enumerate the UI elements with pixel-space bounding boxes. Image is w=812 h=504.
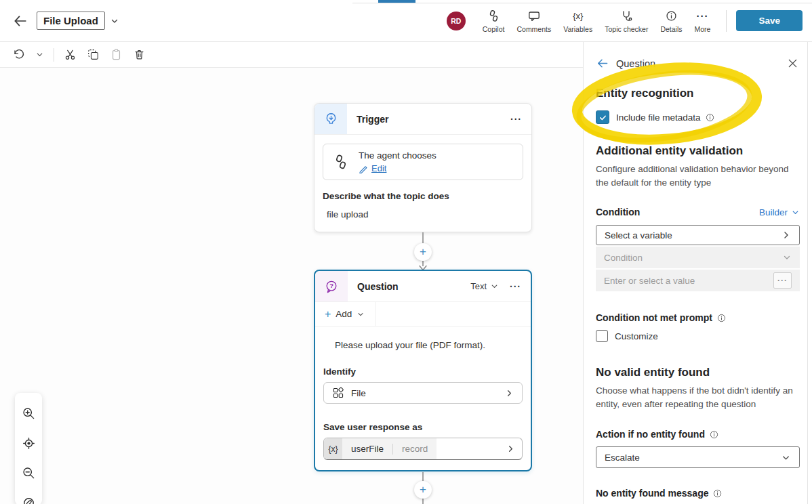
- condition-mode-dropdown[interactable]: Builder: [759, 207, 800, 217]
- browser-tab-underline: [352, 3, 812, 3]
- info-icon[interactable]: [705, 112, 715, 123]
- browser-tab-indicator: [378, 0, 415, 3]
- more-button[interactable]: ··· More: [689, 5, 717, 37]
- cut-icon[interactable]: [64, 48, 77, 61]
- add-node-button[interactable]: +: [414, 481, 432, 499]
- panel-body: Entity recognition Include file metadata…: [584, 87, 812, 504]
- comments-button[interactable]: Comments: [510, 5, 557, 37]
- reset-view-compass-icon[interactable]: [22, 488, 36, 504]
- connector-line: [422, 472, 424, 482]
- info-icon[interactable]: [716, 313, 727, 323]
- trigger-node-title: Trigger: [357, 114, 388, 125]
- copilot-button[interactable]: Copilot: [476, 5, 511, 37]
- condition-customize-row: Customize: [596, 330, 800, 342]
- chevron-down-icon: [490, 282, 499, 291]
- identify-entity-value: File: [351, 388, 498, 398]
- action-no-entity-value: Escalate: [605, 453, 781, 463]
- details-label: Details: [660, 25, 682, 33]
- save-button[interactable]: Save: [736, 10, 803, 31]
- chevron-down-icon: [782, 253, 792, 262]
- topic-checker-button[interactable]: Topic checker: [598, 5, 654, 37]
- save-response-variable[interactable]: {x} userFile record: [323, 438, 523, 460]
- condition-not-met-label: Condition not met prompt: [596, 312, 800, 323]
- info-icon[interactable]: [712, 488, 723, 499]
- copy-icon[interactable]: [87, 48, 100, 61]
- question-properties-panel: Question Entity recognition Include file…: [583, 42, 812, 504]
- details-button[interactable]: Details: [654, 5, 688, 37]
- trigger-node-header[interactable]: Trigger ···: [314, 104, 531, 135]
- panel-title: Question: [616, 58, 655, 69]
- chevron-down-icon: [781, 453, 791, 463]
- condition-label: Condition: [596, 207, 640, 217]
- svg-text:?: ?: [329, 282, 333, 289]
- value-options-button[interactable]: ···: [773, 272, 792, 289]
- condition-value-placeholder: Enter or select a value: [604, 276, 773, 286]
- condition-value-input-disabled: Enter or select a value ···: [596, 270, 800, 291]
- question-more-icon[interactable]: ···: [510, 281, 521, 292]
- trigger-node-body: The agent chooses Edit Describe what the…: [314, 135, 531, 228]
- trigger-node[interactable]: Trigger ··· The agent chooses Edit: [314, 103, 532, 232]
- no-valid-entity-heading: No valid entity found: [596, 366, 800, 379]
- authoring-canvas[interactable]: Trigger ··· The agent chooses Edit: [0, 68, 583, 504]
- panel-back-icon[interactable]: [596, 57, 609, 70]
- canvas-zoom-toolbar: [15, 393, 42, 504]
- center-canvas-icon[interactable]: [22, 428, 36, 458]
- edit-trigger-link[interactable]: Edit: [359, 163, 437, 173]
- close-icon[interactable]: [787, 58, 798, 69]
- select-variable-input[interactable]: Select a variable: [596, 225, 800, 245]
- describe-topic-value[interactable]: file upload: [323, 209, 523, 219]
- topic-checker-label: Topic checker: [605, 25, 648, 33]
- include-metadata-label: Include file metadata: [616, 112, 701, 123]
- trigger-more-icon[interactable]: ···: [510, 114, 522, 125]
- copilot-icon: [487, 9, 501, 24]
- save-response-label: Save user response as: [323, 422, 523, 432]
- variables-button[interactable]: {x} Variables: [557, 5, 598, 37]
- add-label: Add: [336, 309, 352, 319]
- question-node-body: Please upload your file (PDF format). Id…: [315, 327, 531, 460]
- include-metadata-checkbox[interactable]: [596, 110, 609, 124]
- chevron-right-icon: [781, 230, 791, 240]
- variable-chip: {x} userFile record: [324, 438, 437, 459]
- question-type-dropdown[interactable]: Text: [470, 281, 499, 291]
- action-no-entity-dropdown[interactable]: Escalate: [596, 446, 800, 468]
- comments-label: Comments: [516, 25, 551, 33]
- question-node-title: Question: [357, 281, 399, 292]
- question-add-row: + Add: [315, 302, 531, 327]
- chevron-down-icon: [357, 310, 365, 318]
- pencil-icon: [359, 164, 368, 173]
- variable-badge-icon: {x}: [324, 438, 342, 459]
- edit-link-label: Edit: [371, 163, 386, 173]
- zoom-out-icon[interactable]: [22, 458, 36, 488]
- back-icon[interactable]: [12, 14, 27, 28]
- question-node[interactable]: ? Question Text ··· + Add Please u: [314, 270, 532, 471]
- topic-title-input[interactable]: File Upload: [37, 12, 105, 30]
- entity-grid-icon: [332, 387, 344, 399]
- zoom-in-icon[interactable]: [22, 398, 36, 428]
- top-bar: File Upload RD Copilot Comments {x} Vari…: [0, 0, 812, 42]
- chevron-down-icon: [791, 208, 800, 217]
- avatar[interactable]: RD: [447, 12, 466, 30]
- chevron-down-icon[interactable]: [110, 16, 119, 26]
- describe-topic-label: Describe what the topic does: [323, 191, 523, 201]
- undo-icon[interactable]: [12, 48, 25, 61]
- condition-operator-dropdown-disabled: Condition: [596, 247, 800, 268]
- variable-type: record: [393, 444, 437, 454]
- undo-chevron-icon[interactable]: [35, 50, 44, 59]
- topbar-actions: RD Copilot Comments {x} Variables Topic …: [447, 5, 812, 37]
- edit-toolbar: [0, 42, 583, 68]
- question-message[interactable]: Please upload your file (PDF format).: [323, 340, 523, 350]
- condition-customize-checkbox[interactable]: [596, 330, 608, 342]
- info-icon[interactable]: [709, 429, 719, 440]
- identify-entity-selector[interactable]: File: [323, 382, 523, 404]
- delete-icon[interactable]: [133, 48, 146, 61]
- toolbar-divider: [54, 48, 54, 62]
- no-valid-entity-description: Choose what happens if the bot didn't id…: [596, 384, 799, 411]
- agent-chooses-card[interactable]: The agent chooses Edit: [323, 144, 523, 180]
- panel-scrollbar-track[interactable]: [807, 42, 808, 504]
- condition-row: Condition Builder: [596, 207, 800, 217]
- chevron-right-icon: [505, 389, 514, 398]
- question-node-header[interactable]: ? Question Text ···: [315, 271, 531, 302]
- include-metadata-row: Include file metadata: [596, 110, 800, 124]
- add-button[interactable]: + Add: [315, 302, 375, 326]
- add-node-button[interactable]: +: [414, 243, 432, 261]
